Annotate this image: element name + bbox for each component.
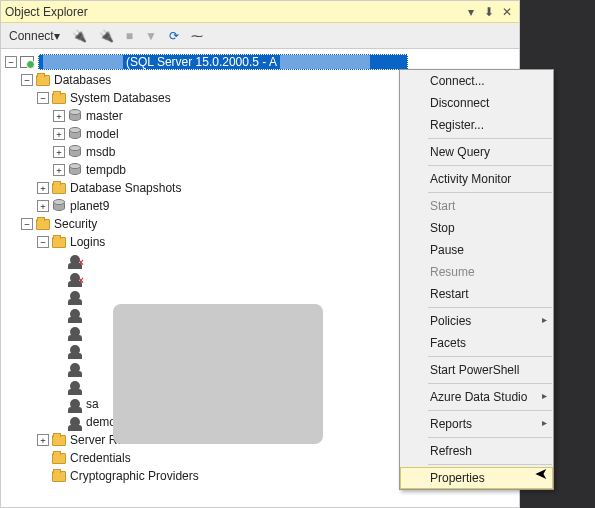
toolbar: Connect ▾ 🔌 🔌 ■ ▼ ⟳ ⁓	[1, 23, 519, 49]
menu-facets[interactable]: Facets	[400, 332, 553, 354]
expand-icon[interactable]: +	[53, 146, 65, 158]
menu-separator	[428, 192, 552, 193]
close-icon[interactable]: ✕	[499, 4, 515, 20]
menu-restart[interactable]: Restart	[400, 283, 553, 305]
database-icon	[51, 199, 67, 213]
folder-icon	[35, 217, 51, 231]
menu-pause[interactable]: Pause	[400, 239, 553, 261]
activity-icon[interactable]: ⁓	[187, 25, 207, 47]
panel-title: Object Explorer	[5, 5, 461, 19]
collapse-icon[interactable]: −	[5, 56, 17, 68]
login-disabled-icon	[67, 271, 83, 285]
folder-icon	[51, 469, 67, 483]
menu-disconnect[interactable]: Disconnect	[400, 92, 553, 114]
menu-register[interactable]: Register...	[400, 114, 553, 136]
expand-icon[interactable]: +	[37, 200, 49, 212]
context-menu: Connect... Disconnect Register... New Qu…	[399, 69, 554, 490]
menu-refresh[interactable]: Refresh	[400, 440, 553, 462]
database-icon	[67, 145, 83, 159]
collapse-icon[interactable]: −	[21, 218, 33, 230]
login-disabled-icon	[67, 253, 83, 267]
menu-separator	[428, 383, 552, 384]
panel-title-bar: Object Explorer ▾ ⬇ ✕	[1, 1, 519, 23]
menu-separator	[428, 437, 552, 438]
menu-activity-monitor[interactable]: Activity Monitor	[400, 168, 553, 190]
login-icon	[67, 397, 83, 411]
menu-resume: Resume	[400, 261, 553, 283]
stop-icon: ■	[122, 25, 137, 47]
menu-start-powershell[interactable]: Start PowerShell	[400, 359, 553, 381]
expand-icon[interactable]: +	[53, 128, 65, 140]
database-icon	[67, 163, 83, 177]
login-icon	[67, 361, 83, 375]
login-icon	[67, 343, 83, 357]
server-label: (SQL Server 15.0.2000.5 - A	[126, 55, 277, 69]
database-icon	[67, 127, 83, 141]
expand-icon[interactable]: +	[53, 110, 65, 122]
collapse-icon[interactable]: −	[37, 236, 49, 248]
filter-icon: ▼	[141, 25, 161, 47]
redacted-server-auth	[280, 55, 370, 69]
login-icon	[67, 379, 83, 393]
menu-policies[interactable]: Policies	[400, 310, 553, 332]
redacted-server-name	[43, 55, 123, 69]
menu-separator	[428, 410, 552, 411]
folder-icon	[51, 433, 67, 447]
connect-dropdown[interactable]: Connect ▾	[5, 25, 64, 47]
login-icon	[67, 325, 83, 339]
expand-icon[interactable]: +	[37, 182, 49, 194]
window-dropdown-icon[interactable]: ▾	[463, 4, 479, 20]
menu-start: Start	[400, 195, 553, 217]
menu-separator	[428, 307, 552, 308]
menu-stop[interactable]: Stop	[400, 217, 553, 239]
pin-icon[interactable]: ⬇	[481, 4, 497, 20]
collapse-icon[interactable]: −	[21, 74, 33, 86]
server-icon	[19, 55, 35, 69]
login-icon	[67, 415, 83, 429]
menu-separator	[428, 165, 552, 166]
folder-icon	[51, 181, 67, 195]
menu-azure-data-studio[interactable]: Azure Data Studio	[400, 386, 553, 408]
menu-connect[interactable]: Connect...	[400, 70, 553, 92]
login-icon	[67, 289, 83, 303]
folder-icon	[51, 235, 67, 249]
disconnect-icon[interactable]: 🔌	[95, 25, 118, 47]
menu-separator	[428, 464, 552, 465]
menu-properties[interactable]: Properties	[400, 467, 553, 489]
login-icon	[67, 307, 83, 321]
collapse-icon[interactable]: −	[37, 92, 49, 104]
folder-icon	[35, 73, 51, 87]
menu-new-query[interactable]: New Query	[400, 141, 553, 163]
folder-icon	[51, 451, 67, 465]
expand-icon[interactable]: +	[37, 434, 49, 446]
redacted-overlay	[113, 304, 323, 444]
folder-icon	[51, 91, 67, 105]
menu-reports[interactable]: Reports	[400, 413, 553, 435]
database-icon	[67, 109, 83, 123]
menu-separator	[428, 356, 552, 357]
refresh-icon[interactable]: ⟳	[165, 25, 183, 47]
expand-icon[interactable]: +	[53, 164, 65, 176]
menu-separator	[428, 138, 552, 139]
connect-icon[interactable]: 🔌	[68, 25, 91, 47]
